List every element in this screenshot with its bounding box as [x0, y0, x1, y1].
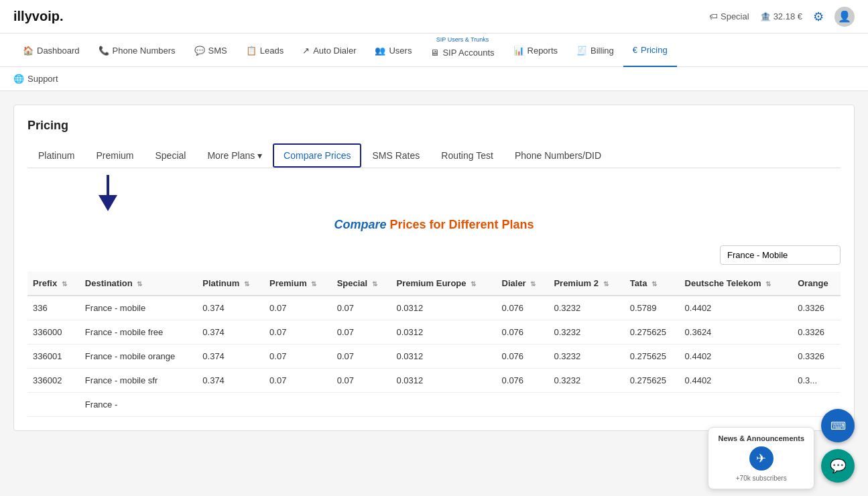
cell-premium: 0.07: [264, 320, 332, 345]
cell-destination: France - mobile: [80, 296, 197, 320]
sort-icon-premium[interactable]: ⇅: [311, 280, 316, 288]
nav-item-reports[interactable]: 📊 Reports: [504, 34, 568, 67]
cell-prefix: 336: [27, 296, 80, 320]
cell-platinum: 0.374: [197, 369, 264, 393]
tab-sms-rates[interactable]: SMS Rates: [361, 143, 430, 168]
col-header-orange: Orange: [792, 271, 841, 296]
cell-destination: France - mobile orange: [80, 345, 197, 369]
sort-icon-prefix[interactable]: ⇅: [62, 280, 67, 288]
sort-icon-deutsche-telekom[interactable]: ⇅: [765, 280, 771, 288]
support-link[interactable]: 🌐 Support: [13, 74, 855, 84]
cell-tata: 0.275625: [625, 369, 680, 393]
sms-icon: 💬: [194, 46, 205, 56]
cell-special: 0.07: [332, 296, 391, 320]
cell-dialer: 0.076: [497, 296, 549, 320]
gear-icon[interactable]: ⚙: [813, 9, 824, 24]
cell-premium: 0.07: [264, 296, 332, 320]
cell-destination: France - mobile free: [80, 320, 197, 345]
compare-heading-part2: Prices for Different Plans: [389, 218, 534, 231]
pricing-table: Prefix ⇅ Destination ⇅ Platinum ⇅ Premiu…: [27, 271, 841, 417]
cell-dialer: 0.076: [497, 345, 549, 369]
cell-orange: 0.3...: [792, 369, 841, 393]
tab-compare-prices[interactable]: Compare Prices: [273, 143, 361, 168]
nav-item-sip-accounts[interactable]: SIP Users & Trunks 🖥 SIP Accounts: [421, 34, 503, 67]
avatar[interactable]: 👤: [834, 7, 855, 27]
tab-special[interactable]: Special: [144, 143, 196, 168]
cell-deutsche-telekom: 0.4402: [680, 345, 793, 369]
sort-icon-special[interactable]: ⇅: [372, 280, 377, 288]
cell-dialer: 0.076: [497, 320, 549, 345]
sip-badge: SIP Users & Trunks: [436, 36, 489, 43]
special-label: Special: [721, 11, 749, 21]
col-header-destination: Destination ⇅: [80, 271, 197, 296]
nav-label-dashboard: Dashboard: [37, 46, 80, 56]
nav-label-reports: Reports: [528, 46, 558, 56]
cell-premium-europe: 0.0312: [391, 296, 496, 320]
sort-icon-dialer[interactable]: ⇅: [530, 280, 536, 288]
col-header-special: Special ⇅: [332, 271, 391, 296]
cell-special: 0.07: [332, 345, 391, 369]
cell-premium2: 0.3232: [548, 320, 624, 345]
cell-deutsche-telekom: 0.4402: [680, 296, 793, 320]
table-row: France -: [27, 393, 841, 417]
nav-item-leads[interactable]: 📋 Leads: [237, 34, 293, 67]
destination-filter-input[interactable]: [720, 245, 841, 265]
nav-label-pricing: Pricing: [641, 45, 668, 55]
auto-dialer-icon: ↗: [302, 46, 310, 56]
cell-destination: France -: [80, 393, 197, 417]
fab-dialer-button[interactable]: ⌨: [821, 409, 855, 442]
tab-routing-test[interactable]: Routing Test: [430, 143, 504, 168]
nav-label-users: Users: [389, 46, 412, 56]
sort-icon-tata[interactable]: ⇅: [652, 280, 657, 288]
telegram-panel[interactable]: News & Announcements ✈ +70k subscribers: [708, 427, 814, 444]
cell-tata: 0.275625: [625, 345, 680, 369]
col-header-premium-europe: Premium Europe ⇅: [391, 271, 496, 296]
tab-phone-numbers-did[interactable]: Phone Numbers/DID: [504, 143, 612, 168]
cell-premium2: 0.3232: [548, 345, 624, 369]
cell-special: 0.07: [332, 320, 391, 345]
annotation-line: [107, 175, 109, 195]
cell-orange: 0.3326: [792, 296, 841, 320]
topbar: illyvoip. 🏷 Special 🏦 32.18 € ⚙ 👤: [0, 0, 868, 34]
cell-destination: France - mobile sfr: [80, 369, 197, 393]
nav-item-users[interactable]: 👥 Users: [365, 34, 421, 67]
cell-tata: 0.275625: [625, 320, 680, 345]
cell-platinum: 0.374: [197, 345, 264, 369]
cell-premium2: 0.3232: [548, 369, 624, 393]
nav-item-auto-dialer[interactable]: ↗ Auto Dialer: [293, 34, 365, 67]
nav-label-sms: SMS: [208, 46, 227, 56]
cell-platinum: 0.374: [197, 296, 264, 320]
sort-icon-premium2[interactable]: ⇅: [603, 280, 609, 288]
nav-item-pricing[interactable]: € Pricing: [623, 34, 677, 67]
sort-icon-premium-europe[interactable]: ⇅: [471, 280, 476, 288]
nav-label-sip-accounts: SIP Accounts: [442, 48, 494, 58]
billing-icon: 🧾: [576, 46, 587, 56]
cell-premium-europe: 0.0312: [391, 345, 496, 369]
annotation-container: [41, 175, 175, 211]
nav-item-billing[interactable]: 🧾 Billing: [567, 34, 623, 67]
cell-orange: 0.3326: [792, 320, 841, 345]
nav-item-dashboard[interactable]: 🏠 Dashboard: [13, 34, 89, 67]
telegram-news-label: News & Announcements: [718, 434, 804, 442]
nav-item-phone-numbers[interactable]: 📞 Phone Numbers: [89, 34, 185, 67]
nav-label-leads: Leads: [260, 46, 284, 56]
nav-label-auto-dialer: Auto Dialer: [313, 46, 356, 56]
tab-platinum[interactable]: Platinum: [27, 143, 85, 168]
cell-dialer: 0.076: [497, 369, 549, 393]
nav-item-sms[interactable]: 💬 SMS: [185, 34, 237, 67]
tab-premium[interactable]: Premium: [85, 143, 144, 168]
balance-icon: 🏦: [760, 11, 771, 21]
col-header-deutsche-telekom: Deutsche Telekom ⇅: [680, 271, 793, 296]
sort-icon-platinum[interactable]: ⇅: [244, 280, 249, 288]
topbar-right: 🏷 Special 🏦 32.18 € ⚙ 👤: [709, 7, 855, 27]
tab-more-plans[interactable]: More Plans ▾: [196, 143, 273, 168]
cell-orange: 0.3326: [792, 345, 841, 369]
sip-icon: 🖥: [430, 48, 439, 58]
main-content: Pricing Platinum Premium Special More Pl…: [0, 91, 868, 444]
reports-icon: 📊: [513, 46, 524, 56]
pricing-card: Pricing Platinum Premium Special More Pl…: [13, 105, 855, 431]
sort-icon-destination[interactable]: ⇅: [137, 280, 142, 288]
table-row: 336001 France - mobile orange 0.374 0.07…: [27, 345, 841, 369]
compare-heading-part1: Compare: [334, 218, 389, 231]
users-icon: 👥: [375, 46, 385, 56]
